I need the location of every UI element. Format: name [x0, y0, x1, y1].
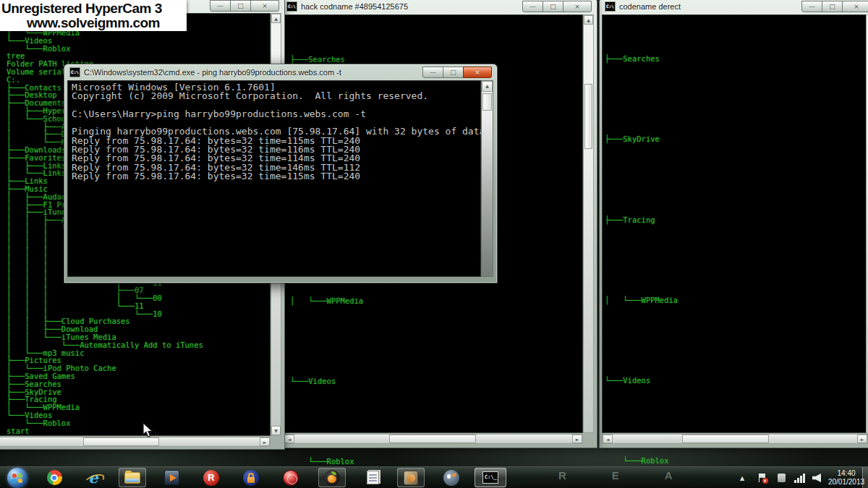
- scroll-right-arrow[interactable]: ►: [857, 435, 867, 443]
- internet-explorer-icon: e: [85, 470, 101, 486]
- scroll-thumb[interactable]: [389, 435, 476, 443]
- taskbar-clock[interactable]: 14:40 20/01/2013: [826, 467, 867, 488]
- taskbar-item-fl-studio[interactable]: [318, 468, 346, 487]
- taskbar-item-hand-tool-app[interactable]: [397, 468, 425, 487]
- hidden-icons-button[interactable]: ▲: [736, 467, 748, 488]
- volume-tray-item[interactable]: [810, 467, 823, 488]
- left-horizontal-scrollbar[interactable]: ◄ ►: [0, 437, 271, 447]
- taskbar-item-record-app[interactable]: [277, 468, 305, 487]
- scroll-thumb[interactable]: [682, 435, 769, 443]
- right-terminal-text: ├───Searches ├───SkyDrive ├───Tracing │ …: [605, 19, 801, 488]
- right-horizontal-scrollbar[interactable]: ◄ ►: [602, 434, 868, 444]
- clock-date: 20/01/2013: [828, 478, 864, 487]
- close-button[interactable]: ×: [563, 1, 592, 12]
- maximize-button[interactable]: □: [230, 0, 251, 12]
- taskbar-item-notes-app[interactable]: [359, 468, 386, 487]
- taskbar-item-windows-explorer[interactable]: [119, 468, 146, 487]
- network-signal-icon: [794, 474, 805, 483]
- scroll-thumb[interactable]: [584, 84, 592, 149]
- scroll-thumb[interactable]: [482, 93, 492, 111]
- maximize-button[interactable]: □: [542, 1, 563, 12]
- show-desktop-button[interactable]: [862, 467, 868, 488]
- taskbar-item-media-player[interactable]: [158, 468, 185, 487]
- minimize-button[interactable]: —: [210, 0, 231, 12]
- taskbar-item-chrome[interactable]: [41, 468, 68, 487]
- tray-app-icon: [778, 474, 786, 482]
- close-button[interactable]: ×: [842, 1, 868, 12]
- minimize-button[interactable]: —: [801, 1, 822, 12]
- minimize-button[interactable]: —: [422, 67, 443, 78]
- close-button[interactable]: ×: [463, 67, 492, 78]
- taskbar-item-roblox[interactable]: R: [197, 468, 225, 487]
- taskbar: REA e R: [0, 466, 868, 488]
- chrome-icon: [47, 470, 62, 485]
- scroll-right-arrow[interactable]: ►: [260, 437, 270, 446]
- terminal-window-right[interactable]: C:\ codename derect — □ × ├───Searches ├…: [599, 0, 868, 448]
- padlock-app-icon: [243, 470, 259, 486]
- maximize-button[interactable]: □: [443, 67, 464, 78]
- roblox-icon: R: [203, 470, 219, 486]
- mouse-cursor: [142, 422, 154, 438]
- watermark-line1: Unregistered HyperCam 3: [0, 1, 187, 16]
- middle-window-title: hack codname #48954125675: [301, 2, 408, 11]
- scroll-up-arrow[interactable]: ▲: [584, 15, 593, 25]
- right-terminal-client[interactable]: ├───Searches ├───SkyDrive ├───Tracing │ …: [602, 14, 868, 433]
- scroll-up-arrow[interactable]: ▲: [271, 14, 281, 23]
- fl-studio-fruit-icon: [324, 470, 340, 486]
- gimp-icon: [443, 470, 459, 486]
- windows-explorer-icon: [124, 472, 140, 484]
- clock-time: 14:40: [837, 469, 855, 478]
- cmd-window-icon: C:\: [605, 1, 616, 12]
- document-icon: [367, 471, 379, 484]
- scroll-right-arrow[interactable]: ►: [572, 435, 582, 443]
- cmd-window-title: C:\Windows\system32\cmd.exe - ping harry…: [84, 68, 341, 77]
- action-center-tray-item[interactable]: ×: [755, 467, 768, 488]
- tray-app-item[interactable]: [775, 467, 787, 488]
- watermark-line2: www.solveigmm.com: [0, 16, 187, 30]
- taskbar-item-lock-app[interactable]: [237, 468, 265, 487]
- cmd-vertical-scrollbar[interactable]: ▲: [481, 80, 493, 277]
- cmd-window-icon: C:\: [286, 1, 297, 12]
- taskbar-item-command-prompt[interactable]: C:\_: [475, 468, 506, 487]
- chevron-up-icon: ▲: [740, 475, 744, 481]
- record-button-icon: [283, 470, 299, 486]
- wallpaper-letters: REA: [558, 469, 718, 481]
- start-button[interactable]: [4, 468, 31, 487]
- error-badge-icon: ×: [762, 478, 768, 484]
- flag-icon: ×: [757, 473, 767, 483]
- middle-horizontal-scrollbar[interactable]: ◄ ►: [284, 434, 583, 444]
- taskbar-item-gimp[interactable]: [438, 468, 465, 487]
- right-window-title: codename derect: [619, 2, 681, 11]
- right-window-titlebar[interactable]: C:\ codename derect — □ ×: [600, 0, 868, 14]
- middle-window-titlebar[interactable]: C:\ hack codname #48954125675 — □ ×: [281, 0, 597, 14]
- cmd-ping-window[interactable]: C:\ C:\Windows\system32\cmd.exe - ping h…: [64, 64, 498, 283]
- middle-vertical-scrollbar[interactable]: ▲: [583, 14, 594, 433]
- minimize-button[interactable]: —: [522, 1, 543, 12]
- command-prompt-icon: C:\_: [482, 471, 498, 484]
- hand-tool-icon: [404, 471, 418, 485]
- network-tray-item[interactable]: [793, 467, 807, 488]
- windows-start-orb-icon: [7, 468, 27, 488]
- scroll-thumb[interactable]: [83, 437, 159, 446]
- cmd-console-client[interactable]: Microsoft Windows [Version 6.1.7601] Cop…: [67, 80, 481, 277]
- speaker-icon: [812, 474, 821, 482]
- maximize-button[interactable]: □: [822, 1, 843, 12]
- cmd-window-titlebar[interactable]: C:\ C:\Windows\system32\cmd.exe - ping h…: [64, 64, 497, 80]
- media-player-play-icon: [164, 470, 179, 485]
- scroll-left-arrow[interactable]: ◄: [284, 435, 294, 443]
- cmd-console-text: Microsoft Windows [Version 6.1.7601] Cop…: [72, 83, 490, 181]
- taskbar-item-internet-explorer[interactable]: e: [80, 468, 107, 487]
- desktop: C:\ codename derect — □ × ├───Searches ├…: [0, 0, 868, 488]
- scroll-up-arrow[interactable]: ▲: [482, 81, 493, 92]
- cmd-window-icon: C:\: [69, 67, 80, 77]
- close-button[interactable]: ×: [250, 0, 279, 12]
- scroll-down-arrow[interactable]: ▼: [271, 426, 281, 435]
- scroll-left-arrow[interactable]: ◄: [603, 435, 613, 443]
- hypercam-watermark: Unregistered HyperCam 3 www.solveigmm.co…: [0, 0, 187, 31]
